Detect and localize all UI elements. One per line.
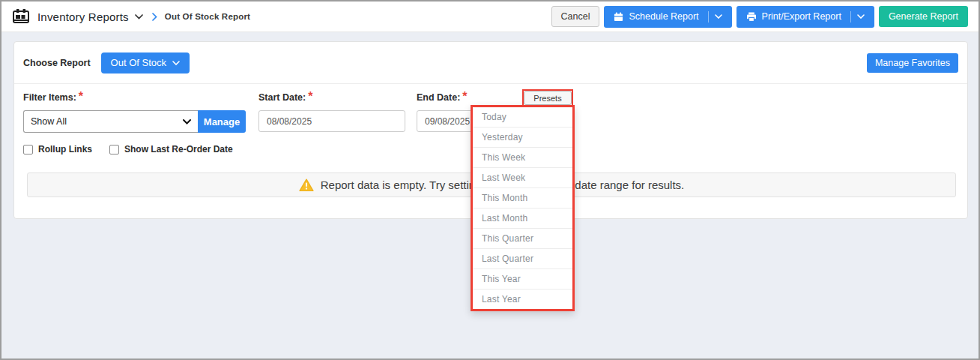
app-window: Inventory Reports Out Of Stock Report Ca… (0, 0, 980, 360)
filter-items-label: Filter Items: (23, 92, 76, 103)
breadcrumb: Out Of Stock Report (165, 12, 250, 21)
report-options-row: Rollup Links Show Last Re-Order Date (23, 144, 233, 154)
manage-filter-button[interactable]: Manage (198, 110, 246, 133)
start-date-input[interactable] (258, 110, 405, 132)
required-mark: * (462, 90, 467, 103)
schedule-report-button[interactable]: Schedule Report (604, 6, 731, 28)
chevron-down-icon[interactable] (135, 14, 143, 20)
chevron-down-icon[interactable] (715, 14, 722, 19)
menu-item-last-year[interactable]: Last Year (473, 290, 572, 309)
menu-item-this-week[interactable]: This Week (473, 148, 572, 168)
button-divider (850, 11, 851, 22)
report-type-label: Out Of Stock (111, 57, 166, 68)
show-last-reorder-date-checkbox[interactable]: Show Last Re-Order Date (109, 144, 233, 154)
menu-item-today[interactable]: Today (473, 107, 572, 128)
filter-items-selected-value: Show All (31, 116, 67, 127)
menu-item-last-week[interactable]: Last Week (473, 168, 572, 188)
start-date-label: Start Date: (258, 92, 306, 103)
page-title: Inventory Reports (37, 10, 129, 23)
filter-items-select[interactable]: Show All (23, 110, 198, 133)
topbar-actions: Cancel Schedule Report (551, 6, 968, 28)
inventory-report-icon (12, 8, 30, 25)
menu-item-this-month[interactable]: This Month (473, 188, 572, 208)
choose-report-label: Choose Report (23, 58, 91, 68)
schedule-report-label: Schedule Report (629, 12, 698, 22)
required-mark: * (308, 90, 312, 103)
report-type-dropdown-button[interactable]: Out Of Stock (101, 52, 190, 74)
presets-dropdown-menu: Today Yesterday This Week Last Week This… (471, 105, 575, 311)
rollup-links-checkbox[interactable]: Rollup Links (23, 144, 92, 154)
generate-report-button[interactable]: Generate Report (879, 6, 968, 28)
show-last-reorder-date-label: Show Last Re-Order Date (124, 144, 233, 154)
card-header: Choose Report Out Of Stock Manage Favori… (14, 42, 967, 84)
warning-triangle-icon (299, 178, 314, 192)
rollup-links-label: Rollup Links (38, 144, 92, 154)
print-export-report-label: Print/Export Report (762, 12, 841, 22)
chevron-down-icon[interactable] (857, 14, 865, 19)
printer-icon (746, 12, 757, 22)
menu-item-last-month[interactable]: Last Month (473, 208, 572, 229)
calendar-icon (614, 12, 623, 22)
presets-button[interactable]: Presets (524, 91, 572, 105)
chevron-down-icon (172, 61, 180, 65)
menu-item-this-quarter[interactable]: This Quarter (473, 229, 572, 249)
required-mark: * (79, 90, 83, 103)
checkbox-box[interactable] (23, 145, 33, 154)
chevron-right-icon (152, 13, 157, 21)
start-date-group: Start Date:* (258, 90, 405, 132)
menu-item-this-year[interactable]: This Year (473, 269, 572, 290)
menu-item-yesterday[interactable]: Yesterday (473, 128, 572, 148)
print-export-report-button[interactable]: Print/Export Report (736, 6, 874, 28)
end-date-label: End Date: (417, 92, 460, 103)
presets-annotation-box: Presets (522, 89, 573, 106)
cancel-button[interactable]: Cancel (551, 6, 600, 28)
manage-favorites-button[interactable]: Manage Favorites (867, 53, 958, 73)
chevron-down-icon (183, 119, 191, 124)
menu-item-last-quarter[interactable]: Last Quarter (473, 249, 572, 269)
button-divider (708, 11, 709, 22)
filter-items-group: Filter Items:* Show All Manage (23, 90, 246, 133)
checkbox-box[interactable] (109, 145, 119, 154)
top-navigation-bar: Inventory Reports Out Of Stock Report Ca… (1, 2, 979, 32)
